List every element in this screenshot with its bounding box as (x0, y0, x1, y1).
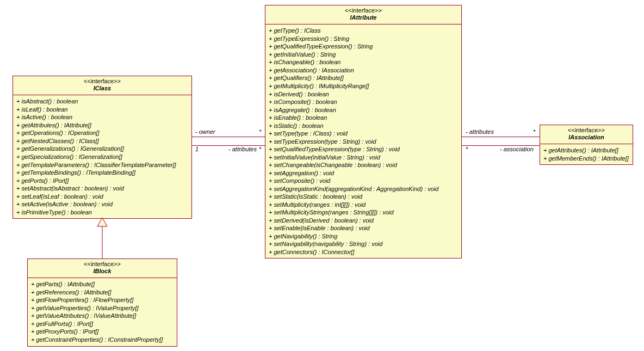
iclass-op: + setLeaf(isLeaf : boolean) : void (16, 193, 188, 201)
iclass-op: + getGeneralizations() : IGeneralization… (16, 145, 188, 153)
iattribute-op: + setQualifiedTypeExpression(type : Stri… (269, 145, 458, 153)
iattribute-op: + isEnable() : boolean (269, 114, 458, 122)
iattribute-op: + getQualifiers() : IAttribute[] (269, 74, 458, 82)
iattribute-op: + setMultiplicity(ranges : int[][]) : vo… (269, 201, 458, 209)
iattribute-op: + setChangeable(isChangeable : boolean) … (269, 161, 458, 169)
iclass-header: <<interface>> IClass (13, 76, 191, 95)
iclass-op: + isPrimitiveType() : boolean (16, 208, 188, 217)
iattribute-name: IAttribute (269, 14, 458, 21)
iattribute-op: + isStatic() : boolean (269, 122, 458, 130)
iblock-name: IBlock (31, 268, 174, 275)
iclass-box: <<interface>> IClass + isAbstract() : bo… (13, 76, 192, 219)
iattribute-op: + setNavigability(navigability : String)… (269, 240, 458, 248)
iattribute-box: <<interface>> IAttribute + getType() : I… (265, 5, 462, 258)
iassociation-box: <<interface>> IAssociation + getAttribut… (540, 125, 633, 165)
mult-right-bottom: * (466, 146, 468, 152)
iclass-op: + isAbstract() : boolean (16, 97, 188, 106)
iclass-op: + isActive() : boolean (16, 113, 188, 121)
iattribute-op: + isComposite() : boolean (269, 98, 458, 106)
iclass-name: IClass (16, 85, 188, 92)
iattribute-stereotype: <<interface>> (269, 7, 458, 14)
iattribute-op: + setTypeExpression(type : String) : voi… (269, 138, 458, 146)
iattribute-op: + setDerived(isDerived : boolean) : void (269, 217, 458, 225)
iblock-op: + getConstraintProperties() : IConstrain… (31, 336, 174, 344)
iattribute-op: + getTypeExpression() : String (269, 35, 458, 43)
iassociation-operations: + getAttributes() : IAttribute[] + getMe… (540, 144, 633, 164)
iassociation-stereotype: <<interface>> (543, 127, 629, 134)
iclass-operations: + isAbstract() : boolean + isLeaf() : bo… (13, 95, 191, 218)
iclass-op: + getTemplateParameters() : IClassifierT… (16, 161, 188, 169)
iclass-op: + getTemplateBindings() : ITemplateBindi… (16, 169, 188, 177)
iattribute-op: + isAggregate() : boolean (269, 106, 458, 114)
mult-right-top: * (533, 128, 535, 135)
mult-iclass: 1 (195, 146, 199, 152)
iattribute-op: + isDerived() : boolean (269, 90, 458, 98)
iattribute-header: <<interface>> IAttribute (265, 5, 461, 24)
generalization-iblock-iclass (97, 218, 108, 259)
attributes-label-left: - attributes (228, 146, 257, 152)
iattribute-op: + getNavigability() : String (269, 232, 458, 241)
iattribute-op: + setEnable(isEnable : boolean) : void (269, 224, 458, 232)
iattribute-op: + setComposite() : void (269, 177, 458, 185)
owner-label: - owner (195, 128, 215, 135)
assoc-iattribute-iassociation-line-top (462, 137, 540, 137)
iattribute-op: + getAssociation() : IAssociation (269, 66, 458, 75)
iclass-op: + getOperations() : IOperation[] (16, 129, 188, 137)
iattribute-op: + isChangeable() : boolean (269, 58, 458, 66)
iattribute-op: + setMultiplicityStrings(ranges : String… (269, 208, 458, 217)
iblock-stereotype: <<interface>> (31, 261, 174, 268)
attributes-label-right: - attributes (466, 128, 494, 135)
iattribute-op: + setAggregationKind(aggregationKind : A… (269, 185, 458, 193)
mult-iattr-top: * (259, 128, 261, 135)
svg-marker-1 (97, 218, 107, 226)
iattribute-op: + setStatic(isStatic : boolean) : void (269, 193, 458, 201)
iassociation-header: <<interface>> IAssociation (540, 125, 633, 144)
iassociation-op: + getAttributes() : IAttribute[] (543, 146, 629, 155)
iblock-op: + getValueProperties() : IValueProperty[… (31, 304, 174, 312)
iclass-op: + setAbstract(isAbstract : boolean) : vo… (16, 184, 188, 193)
assoc-iclass-iattribute-line-top (192, 137, 265, 137)
iblock-box: <<interface>> IBlock + getParts() : IAtt… (27, 258, 177, 347)
iblock-operations: + getParts() : IAttribute[] + getReferen… (28, 278, 177, 346)
iassociation-name: IAssociation (543, 134, 629, 141)
iattribute-op: + getMultiplicity() : IMultiplicityRange… (269, 82, 458, 90)
iclass-op: + getSpecializations() : IGeneralization… (16, 153, 188, 161)
iclass-op: + getPorts() : IPort[] (16, 177, 188, 185)
iattribute-op: + setAggregation() : void (269, 169, 458, 177)
iattribute-op: + getConnectors() : IConnector[] (269, 248, 458, 256)
iclass-op: + getAttributes() : IAttribute[] (16, 121, 188, 130)
iclass-stereotype: <<interface>> (16, 78, 188, 85)
mult-iattr-bottom: * (259, 146, 261, 152)
iblock-op: + getFlowProperties() : IFlowProperty[] (31, 296, 174, 304)
iattribute-op: + setInitialValue(initialValue : String)… (269, 153, 458, 162)
iattribute-op: + getType() : IClass (269, 27, 458, 35)
iattribute-operations: + getType() : IClass + getTypeExpression… (265, 24, 461, 258)
iattribute-op: + setType(type : IClass) : void (269, 130, 458, 138)
iblock-header: <<interface>> IBlock (28, 259, 177, 278)
iblock-op: + getReferences() : IAttribute[] (31, 288, 174, 297)
iattribute-op: + getInitialValue() : String (269, 51, 458, 59)
iattribute-op: + getQualifiedTypeExpression() : String (269, 42, 458, 51)
iassociation-op: + getMemberEnds() : IAttribute[] (543, 155, 629, 163)
iblock-op: + getValueAttributes() : IValueAttribute… (31, 312, 174, 320)
association-label: - association (500, 146, 534, 152)
iblock-op: + getParts() : IAttribute[] (31, 280, 174, 288)
iblock-op: + getProxyPorts() : IPort[] (31, 328, 174, 336)
iclass-op: + getNestedClasses() : IClass[] (16, 137, 188, 145)
iblock-op: + getFullPorts() : IPort[] (31, 320, 174, 328)
iclass-op: + isLeaf() : boolean (16, 106, 188, 114)
iclass-op: + setActive(isActive : boolean) : void (16, 200, 188, 208)
